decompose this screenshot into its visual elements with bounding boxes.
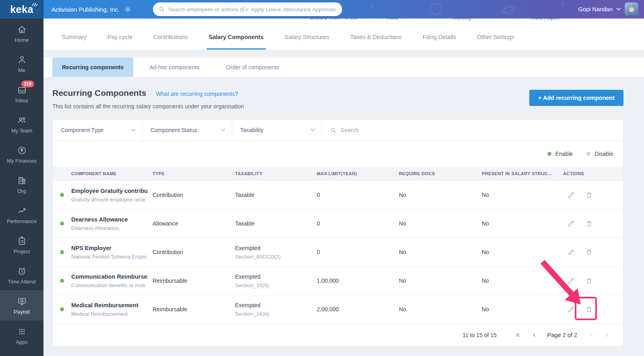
sidebar-item-label: Apps	[16, 339, 28, 345]
rupee-circle-icon	[17, 145, 27, 155]
component-desc: Medical Reimbursement	[71, 311, 148, 317]
page-title: Recurring Components	[52, 88, 146, 98]
gear-icon[interactable]	[124, 6, 131, 13]
tab-taxes-deductions[interactable]: Taxes & Deductions	[350, 24, 402, 50]
sidebar-item-label: Org	[17, 188, 26, 194]
sidebar-item-apps[interactable]: Apps	[0, 321, 43, 351]
chevron-down-icon	[310, 128, 315, 132]
component-status-dropdown[interactable]: Component Status	[142, 120, 232, 141]
taxability-dropdown[interactable]: Taxability	[232, 120, 322, 141]
clipped-text: Billzard Tech Pvt Ltd	[310, 19, 357, 21]
delete-button-highlighted[interactable]	[584, 305, 594, 314]
component-type: Allowance	[153, 220, 235, 227]
sidebar-item-label: Home	[15, 37, 29, 43]
add-recurring-component-button[interactable]: + Add recurring component	[529, 90, 623, 106]
sidebar-nav: Home Me 219 Inbox My Team My Finances Or…	[0, 19, 43, 356]
sidebar-item-me[interactable]: Me	[0, 49, 43, 79]
edit-button[interactable]	[566, 276, 576, 286]
what-are-recurring-components-link[interactable]: What are recurring components?	[156, 91, 238, 97]
keka-logo[interactable]: keka	[0, 0, 43, 19]
logo-spark-icon	[31, 2, 38, 6]
sidebar-item-label: My Team	[11, 128, 33, 134]
sidebar-item-inbox[interactable]: 219 Inbox	[0, 79, 43, 109]
table-row: Employee Gratuity contributioGratuity am…	[53, 180, 623, 209]
delete-button[interactable]	[584, 190, 594, 200]
taxability: Taxable	[235, 220, 317, 227]
sidebar-item-project[interactable]: Project	[0, 230, 43, 260]
person-icon	[17, 55, 27, 65]
component-name: Medical Reimbursement	[71, 302, 148, 308]
pencil-icon	[567, 277, 575, 285]
subtab-order-of-components[interactable]: Order of components	[216, 58, 290, 77]
next-page-button[interactable]	[586, 331, 595, 339]
component-subtabs: Recurring components Ad-hoc components O…	[43, 58, 644, 77]
component-type-label: Component Type	[61, 127, 103, 133]
component-type: Reimbursable	[153, 306, 235, 313]
col-max-limit: MAX LIMIT(YEAR)	[317, 171, 399, 176]
sidebar-item-time-attend[interactable]: Time Attend	[0, 260, 43, 290]
prev-page-button[interactable]	[530, 331, 539, 339]
edit-button[interactable]	[566, 190, 576, 200]
table-search[interactable]	[322, 120, 623, 141]
component-type: Contribution	[153, 192, 235, 198]
present-in-structure: No	[482, 192, 563, 198]
delete-button[interactable]	[584, 219, 594, 228]
max-limit: 0	[317, 220, 399, 227]
pencil-icon	[567, 248, 575, 256]
sidebar-item-my-finances[interactable]: My Finances	[0, 139, 43, 170]
delete-button[interactable]	[584, 276, 594, 286]
global-search[interactable]	[153, 2, 342, 16]
tab-salary-components[interactable]: Salary Components	[209, 24, 264, 50]
sidebar-item-payroll[interactable]: Payroll	[0, 290, 43, 321]
tab-other-settings[interactable]: Other Settings	[477, 24, 514, 50]
component-desc: Dearness Allowance.	[71, 225, 148, 231]
legend-disable: Disable	[586, 151, 613, 157]
sidebar-item-label: Payroll	[14, 309, 30, 315]
table-search-input[interactable]	[341, 127, 615, 133]
edit-button[interactable]	[566, 248, 576, 257]
status-legend: Enable Disable	[53, 141, 623, 167]
max-limit: 0	[317, 192, 399, 198]
user-menu[interactable]: Gopi Nandan	[578, 0, 638, 19]
chevron-left-icon	[531, 332, 537, 338]
edit-button[interactable]	[566, 305, 576, 314]
subtab-recurring-components[interactable]: Recurring components	[52, 58, 133, 77]
clipped-text: India	[386, 19, 398, 21]
avatar[interactable]	[625, 2, 638, 16]
col-actions: ACTIONS	[563, 171, 623, 176]
alarm-clock-icon	[17, 266, 27, 276]
tab-salary-structures[interactable]: Salary Structures	[285, 24, 329, 50]
last-page-button[interactable]	[602, 331, 611, 339]
subtab-adhoc-components[interactable]: Ad-hoc components	[139, 58, 210, 77]
table-row: Dearness AllowanceDearness Allowance. Al…	[53, 209, 623, 238]
tab-filing-details[interactable]: Filing Details	[423, 24, 456, 50]
sidebar-item-home[interactable]: Home	[0, 19, 43, 49]
tab-pay-cycle[interactable]: Pay cycle	[107, 24, 132, 50]
inbox-icon: 219	[17, 85, 27, 95]
status-dot	[60, 279, 64, 283]
edit-button[interactable]	[566, 219, 576, 228]
taxability: Taxable	[235, 192, 317, 198]
team-icon	[17, 115, 27, 125]
sidebar-item-performance[interactable]: Performance	[0, 200, 43, 230]
tab-summary[interactable]: Summary	[62, 24, 87, 50]
keka-logo-text: keka	[10, 4, 33, 15]
first-page-button[interactable]	[514, 331, 522, 339]
component-name: Employee Gratuity contributio	[71, 188, 148, 194]
component-name: Communication Reimburseme	[71, 273, 148, 280]
header-bar: Activision Publishing, Inc. Gopi Nandan	[43, 0, 644, 19]
table-row: NPS EmployerNational Pention Schema Empl…	[53, 238, 623, 266]
clipped-text: India Rupee	[531, 19, 559, 21]
global-search-input[interactable]	[168, 6, 336, 12]
tab-contributions[interactable]: Contributions	[153, 24, 188, 50]
col-present-in-structure: PRESENT IN SALARY STRUC...	[482, 171, 563, 176]
table-header: COMPONENT NAME TYPE TAXABILITY MAX LIMIT…	[53, 167, 623, 180]
first-page-icon	[515, 332, 521, 338]
trash-icon	[585, 191, 593, 199]
component-type-dropdown[interactable]: Component Type	[53, 120, 142, 141]
sidebar-item-org[interactable]: Org	[0, 170, 43, 200]
page-header: Recurring Components What are recurring …	[43, 77, 644, 119]
sidebar-item-my-team[interactable]: My Team	[0, 109, 43, 139]
delete-button[interactable]	[584, 248, 594, 257]
disable-dot	[586, 152, 590, 156]
